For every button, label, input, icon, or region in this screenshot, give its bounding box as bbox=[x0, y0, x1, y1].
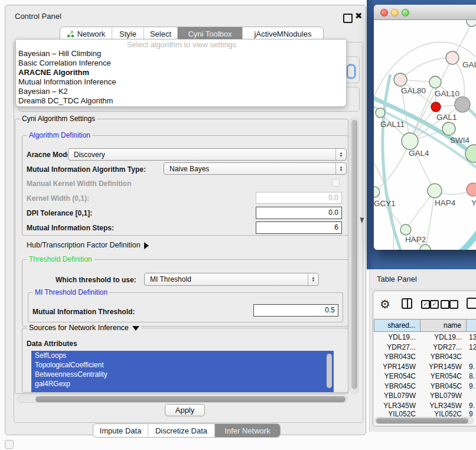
algorithm-dropdown-popup: Select algorithm to view settings Bayesi… bbox=[15, 39, 347, 107]
which-threshold-label: Which threshold to use: bbox=[56, 276, 136, 284]
select-all-checkbox-icon[interactable]: ✓ bbox=[430, 300, 439, 309]
mi-threshold-field[interactable]: 0.5 bbox=[253, 304, 338, 317]
table-hscrollbar-track[interactable] bbox=[374, 417, 474, 424]
group-title: Threshold Definition bbox=[27, 255, 94, 263]
which-threshold-combo[interactable]: MI Threshold ▲▼ bbox=[144, 273, 319, 286]
node-label: HAP2 bbox=[405, 235, 426, 244]
kernel-width-label: Kernel Width (0,1): bbox=[27, 194, 89, 203]
chevron-right-icon bbox=[144, 242, 149, 249]
algorithm-option[interactable]: Basic Correlation Inference bbox=[18, 58, 343, 68]
column-header-shared-name[interactable]: shared... bbox=[374, 319, 420, 332]
table-row[interactable]: YDL19...YDL19...13 bbox=[374, 332, 476, 343]
float-window-icon[interactable] bbox=[343, 14, 353, 23]
algorithm-option[interactable]: Bayesian – Hill Climbing bbox=[18, 49, 343, 58]
table-row[interactable]: YBL079WYBL079W bbox=[374, 391, 476, 401]
column-header-partial[interactable] bbox=[467, 319, 476, 332]
table-header-row: shared... name bbox=[374, 319, 476, 332]
tab-label: Infer Network bbox=[224, 426, 270, 435]
tab-discretize-data[interactable]: Discretize Data bbox=[148, 424, 215, 437]
node-label: HAP4 bbox=[435, 198, 455, 207]
settings-hscrollbar-thumb[interactable] bbox=[35, 396, 345, 402]
mi-steps-label: Mutual Information Steps: bbox=[27, 224, 114, 232]
group-title: Cyni Algorithm Settings bbox=[20, 115, 97, 123]
table-row[interactable]: YDR27...YDR27...12 bbox=[374, 343, 476, 353]
combo-value: Discovery bbox=[69, 151, 335, 159]
attribute-item[interactable]: BetweennessCentrality bbox=[31, 370, 334, 379]
control-panel: Control Panel ✖ Network Style Select Cyn… bbox=[5, 5, 366, 435]
tab-label: Select bbox=[150, 30, 171, 38]
attribute-item[interactable]: gal4RGexp bbox=[31, 379, 334, 389]
table-row[interactable]: YBR045CYBR045C9. bbox=[374, 381, 476, 392]
tab-impute-data[interactable]: Impute Data bbox=[93, 424, 148, 437]
deselect-checkbox-icon[interactable] bbox=[449, 300, 458, 309]
column-header-name[interactable]: name bbox=[420, 319, 467, 332]
algorithm-option[interactable]: Dream8 DC_TDC Algorithm bbox=[18, 96, 343, 106]
export-table-icon[interactable] bbox=[467, 298, 476, 309]
network-canvas[interactable]: GAL GAL80 GAL10 GAL11 GAL1 GAL4 SWI4 GCY… bbox=[374, 20, 476, 250]
stepper-icon: ▲▼ bbox=[335, 149, 346, 160]
dpi-tolerance-field[interactable]: 0.0 bbox=[256, 207, 342, 219]
algorithm-combo-button[interactable] bbox=[347, 64, 356, 79]
table-row[interactable]: YPR145WYPR145W9. bbox=[374, 362, 476, 372]
screen: Control Panel ✖ Network Style Select Cyn… bbox=[0, 0, 476, 450]
data-attributes-label: Data Attributes bbox=[27, 340, 77, 348]
manual-kernel-checkbox[interactable] bbox=[332, 179, 340, 187]
network-view-window: GAL GAL80 GAL10 GAL11 GAL1 GAL4 SWI4 GCY… bbox=[374, 5, 476, 250]
node-label: GAL bbox=[462, 60, 476, 69]
deselect-checkbox-icon[interactable] bbox=[441, 300, 449, 309]
combo-value: MI Threshold bbox=[145, 275, 308, 283]
window-titlebar[interactable] bbox=[374, 5, 476, 20]
tab-infer-network[interactable]: Infer Network bbox=[215, 424, 280, 437]
settings-vscrollbar-thumb[interactable] bbox=[351, 120, 357, 389]
node-label: SWI4 bbox=[450, 136, 470, 145]
node-label: GAL11 bbox=[380, 120, 405, 129]
control-panel-title: Control Panel bbox=[15, 12, 61, 21]
cyni-bottom-tabs: Impute Data Discretize Data Infer Networ… bbox=[93, 423, 281, 438]
list-scrollbar[interactable] bbox=[327, 354, 332, 388]
table-panel-header: Table Panel bbox=[369, 269, 476, 289]
table-hscrollbar-thumb[interactable] bbox=[376, 418, 468, 423]
hub-definition-toggle[interactable]: Hub/Transcription Factor Definition bbox=[27, 241, 149, 249]
apply-button[interactable]: Apply bbox=[165, 404, 205, 416]
close-traffic-light-icon[interactable] bbox=[380, 9, 388, 17]
table-row[interactable]: YIL052CYIL052C9 bbox=[374, 410, 476, 417]
gear-icon[interactable]: ⚙ bbox=[380, 297, 390, 311]
minimized-panel-button[interactable] bbox=[5, 440, 14, 449]
data-attributes-list: SelfLoops TopologicalCoefficient Between… bbox=[31, 351, 334, 392]
aracne-mode-label: Aracne Mode: bbox=[27, 151, 73, 159]
settings-vscrollbar-track[interactable] bbox=[350, 118, 358, 394]
hub-definition-label: Hub/Transcription Factor Definition bbox=[27, 241, 141, 249]
manual-kernel-label: Manual Kernel Width Definition bbox=[27, 180, 131, 188]
mi-steps-field[interactable]: 6 bbox=[256, 221, 342, 234]
minimize-traffic-light-icon[interactable] bbox=[391, 9, 399, 17]
sources-title: Sources for Network Inference bbox=[29, 324, 129, 332]
table-row[interactable]: YLR345WYLR345W9. bbox=[374, 401, 476, 411]
algorithm-option[interactable]: Bayesian – K2 bbox=[18, 87, 343, 96]
group-title: MI Threshold Definition bbox=[33, 288, 109, 296]
node-label: GAL4 bbox=[409, 149, 429, 158]
zoom-traffic-light-icon[interactable] bbox=[402, 9, 409, 17]
mi-type-label: Mutual Information Algorithm Type: bbox=[27, 165, 146, 174]
group-title: Algorithm Definition bbox=[27, 131, 92, 139]
mi-threshold-label: Mutual Information Threshold: bbox=[32, 308, 135, 316]
algorithm-option-selected[interactable]: ARACNE Algorithm bbox=[18, 68, 343, 77]
mi-type-combo[interactable]: Naive Bayes ▲▼ bbox=[164, 162, 347, 175]
columns-icon[interactable] bbox=[402, 298, 412, 309]
attribute-item[interactable]: SelfLoops bbox=[31, 351, 334, 360]
table-row[interactable]: YER054CYER054C8. bbox=[374, 371, 476, 381]
select-all-checkbox-icon[interactable]: ✓ bbox=[421, 300, 430, 309]
settings-hscrollbar-track[interactable] bbox=[17, 394, 348, 403]
kernel-width-field[interactable]: 0.0 bbox=[256, 192, 342, 204]
aracne-mode-combo[interactable]: Discovery ▲▼ bbox=[68, 148, 347, 161]
dpi-tolerance-label: DPI Tolerance [0,1]: bbox=[27, 209, 92, 217]
node-label: GAL10 bbox=[435, 89, 459, 98]
attribute-item[interactable]: TopologicalCoefficient bbox=[31, 360, 334, 370]
chevron-down-icon bbox=[132, 326, 139, 331]
node-label: GCY1 bbox=[374, 199, 396, 208]
algorithm-option[interactable]: Mutual Information Inference bbox=[18, 77, 343, 87]
sources-toggle[interactable]: Sources for Network Inference bbox=[27, 324, 141, 332]
tab-label: jActiveMNodules bbox=[255, 30, 312, 38]
table-row[interactable]: YBR043CYBR043C bbox=[374, 352, 476, 362]
close-icon[interactable]: ✖ bbox=[355, 11, 363, 21]
tab-label: Cyni Toolbox bbox=[188, 30, 232, 38]
